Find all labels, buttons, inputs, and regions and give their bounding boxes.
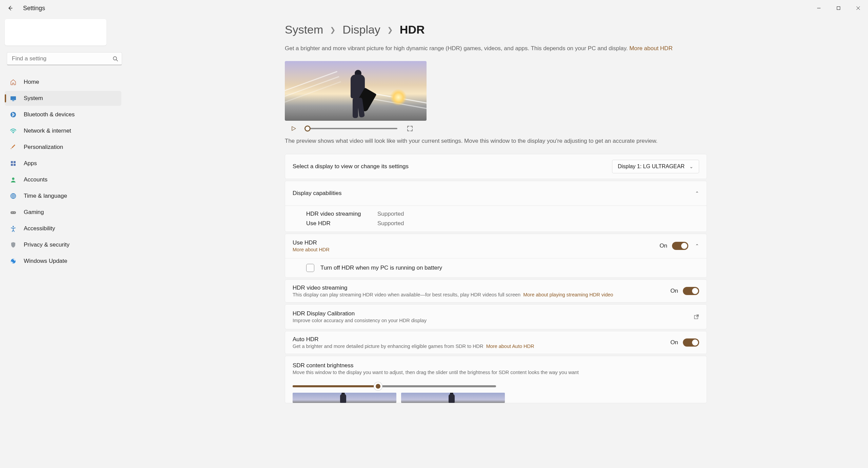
slider-thumb[interactable] <box>304 125 311 132</box>
content: System ❯ Display ❯ HDR Get a brighter an… <box>125 16 868 468</box>
crumb-hdr: HDR <box>400 23 425 36</box>
fullscreen-button[interactable] <box>407 125 413 132</box>
use-hdr-header[interactable]: Use HDR More about HDR On ⌃ <box>285 234 707 258</box>
chevron-right-icon: ❯ <box>330 26 336 34</box>
capabilities-title: Display capabilities <box>293 190 342 197</box>
play-icon <box>291 126 296 131</box>
sidebar: Home System Bluetooth & devices Network … <box>0 16 125 468</box>
cap-key: Use HDR <box>306 220 377 227</box>
accessibility-icon <box>9 225 17 232</box>
nav-accessibility[interactable]: Accessibility <box>5 221 121 236</box>
display-select-card: Select a display to view or change its s… <box>285 154 707 179</box>
capabilities-body: HDR video streaming Supported Use HDR Su… <box>285 206 707 232</box>
cap-key: HDR video streaming <box>306 211 377 217</box>
nav-network[interactable]: Network & internet <box>5 123 121 138</box>
maximize-button[interactable] <box>829 1 848 15</box>
nav-label: Gaming <box>24 209 44 216</box>
auto-hdr-link[interactable]: More about Auto HDR <box>486 344 534 349</box>
nav-accounts[interactable]: Accounts <box>5 172 121 187</box>
cap-val: Supported <box>377 220 699 227</box>
open-external-icon <box>694 314 699 319</box>
calibration-title: HDR Display Calibration <box>293 310 427 317</box>
maximize-icon <box>836 6 841 10</box>
bluetooth-icon <box>9 111 17 118</box>
user-tile[interactable] <box>5 19 106 45</box>
preview-note: The preview shows what video will look l… <box>285 138 854 144</box>
svg-point-10 <box>12 178 15 180</box>
nav-label: Privacy & security <box>24 241 70 248</box>
sdr-preview-images <box>293 393 699 403</box>
auto-hdr-toggle[interactable] <box>683 338 699 347</box>
close-button[interactable] <box>848 1 868 15</box>
preview-video-controls <box>291 125 427 132</box>
svg-rect-7 <box>14 161 16 163</box>
more-about-hdr-link[interactable]: More about HDR <box>629 45 673 52</box>
stream-link[interactable]: More about playing streaming HDR video <box>523 292 613 297</box>
sdr-title: SDR content brightness <box>293 362 699 369</box>
crumb-display[interactable]: Display <box>342 23 380 36</box>
sdr-brightness-card: SDR content brightness Move this window … <box>285 356 707 403</box>
minimize-button[interactable] <box>809 1 829 15</box>
crumb-system[interactable]: System <box>285 23 323 36</box>
nav-label: Network & internet <box>24 128 71 134</box>
title-bar: Settings <box>0 0 868 16</box>
nav-windows-update[interactable]: Windows Update <box>5 254 121 269</box>
system-icon <box>9 95 17 102</box>
capabilities-header[interactable]: Display capabilities ⌃ <box>285 181 707 206</box>
nav-time-lang[interactable]: Time & language <box>5 189 121 203</box>
nav-label: System <box>24 95 43 102</box>
shield-icon <box>9 241 17 249</box>
slider-thumb[interactable] <box>376 384 380 389</box>
display-select-label: Select a display to view or change its s… <box>293 163 409 170</box>
svg-point-5 <box>13 133 14 133</box>
use-hdr-link[interactable]: More about HDR <box>293 247 330 252</box>
brush-icon <box>9 143 17 151</box>
hdr-preview-image <box>285 61 427 121</box>
nav-label: Time & language <box>24 193 67 199</box>
svg-point-15 <box>14 212 15 213</box>
search-input[interactable] <box>7 52 122 65</box>
expand-icon <box>407 125 413 132</box>
nav-gaming[interactable]: Gaming <box>5 205 121 220</box>
battery-hdr-checkbox[interactable] <box>306 264 314 272</box>
nav-personalization[interactable]: Personalization <box>5 140 121 155</box>
gamepad-icon <box>9 209 17 216</box>
nav-system[interactable]: System <box>5 91 121 106</box>
nav-apps[interactable]: Apps <box>5 156 121 171</box>
svg-point-4 <box>11 112 16 117</box>
svg-rect-0 <box>837 7 840 10</box>
wifi-icon <box>9 127 17 135</box>
preview-seek-slider[interactable] <box>306 128 397 129</box>
calibration-desc: Improve color accuracy and consistency o… <box>293 318 427 323</box>
stream-desc: This display can play streaming HDR vide… <box>293 292 613 297</box>
intro-text: Get a brighter and more vibrant picture … <box>285 44 709 53</box>
search-wrap <box>7 52 122 65</box>
auto-hdr-card: Auto HDR Get a brighter and more detaile… <box>285 331 707 354</box>
cap-val: Supported <box>377 211 699 217</box>
use-hdr-state: On <box>659 242 667 249</box>
stream-toggle[interactable] <box>683 287 699 295</box>
minimize-icon <box>817 6 821 10</box>
battery-hdr-label: Turn off HDR when my PC is running on ba… <box>320 265 442 271</box>
sdr-brightness-slider[interactable] <box>293 385 496 387</box>
globe-icon <box>9 192 17 200</box>
use-hdr-toggle[interactable] <box>672 242 688 250</box>
stream-title: HDR video streaming <box>293 285 613 291</box>
nav-bluetooth[interactable]: Bluetooth & devices <box>5 107 121 122</box>
close-icon <box>856 6 860 10</box>
svg-point-1 <box>113 57 117 60</box>
update-icon <box>9 257 17 265</box>
nav-home[interactable]: Home <box>5 75 121 90</box>
nav-label: Windows Update <box>24 258 67 265</box>
back-button[interactable] <box>5 3 15 13</box>
play-button[interactable] <box>291 126 296 131</box>
auto-hdr-desc: Get a brighter and more detailed picture… <box>293 344 534 349</box>
svg-rect-8 <box>11 164 13 166</box>
nav-privacy[interactable]: Privacy & security <box>5 237 121 252</box>
breadcrumb: System ❯ Display ❯ HDR <box>285 23 854 36</box>
calibration-card[interactable]: HDR Display Calibration Improve color ac… <box>285 304 707 329</box>
slider-fill <box>293 385 378 387</box>
stream-state: On <box>670 288 678 294</box>
nav-label: Apps <box>24 160 37 167</box>
display-select-dropdown[interactable]: Display 1: LG ULTRAGEAR ⌄ <box>612 160 699 173</box>
